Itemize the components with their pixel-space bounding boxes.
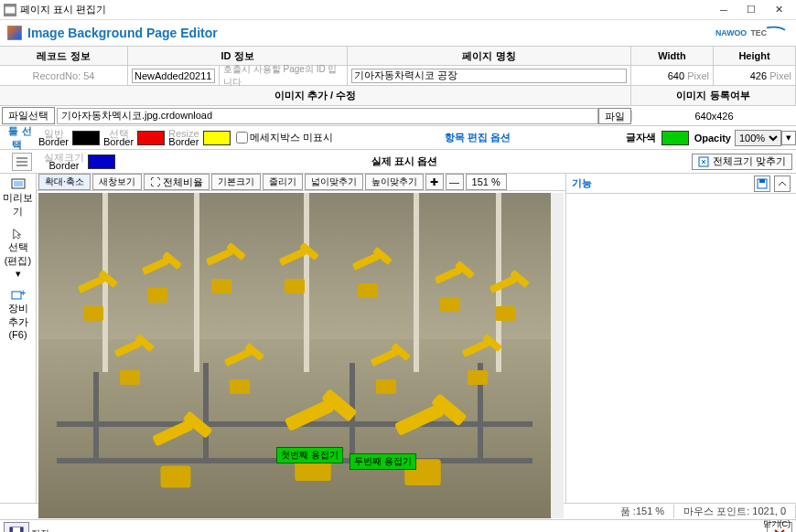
app-logo-icon (7, 26, 22, 40)
close-button[interactable]: ✕ (765, 2, 792, 18)
status-zoom: 품 :151 % (611, 505, 674, 518)
save-label: 저장 (31, 527, 49, 533)
factory-image: 첫번째 용접기 두번째 용접기 (38, 193, 551, 518)
main-area: 미리보기 선택(편집) ▾ + 장비 추가 (F6) 확대·축소 새창보기 ⛶ … (0, 174, 796, 503)
sidebar-add-equipment[interactable]: + 장비 추가 (F6) (0, 286, 36, 343)
scale-button[interactable]: 확대·축소 (38, 174, 91, 190)
fit-icon (698, 156, 709, 167)
record-header: 레코드 정보 (0, 47, 128, 65)
brand-logo: NAWOOTEC (715, 25, 789, 41)
app-icon (4, 4, 16, 16)
close-label: 닫기(C) (763, 518, 791, 530)
pagename-header: 페이지 명칭 (348, 47, 631, 65)
canvas-toolbar: 확대·축소 새창보기 ⛶ 전체비율 기본크기 줄리기 넓이맞추기 높이맞추기 ✚… (37, 174, 565, 191)
save-button[interactable] (4, 522, 29, 533)
display-options-label: 실제 표시 옵션 (117, 154, 692, 168)
minimize-button[interactable]: ─ (710, 2, 737, 18)
zoom-plus-button[interactable]: ✚ (425, 174, 444, 190)
file-row: 파일선택 파일 640x426 (0, 106, 796, 126)
zoom-out-button[interactable]: 줄리기 (263, 174, 303, 190)
info-header-row: 레코드 정보 ID 정보 페이지 명칭 Width Height (0, 46, 796, 66)
opacity-select[interactable]: 100% (735, 130, 781, 146)
image-add-header: 이미지 추가 / 수정 (0, 86, 631, 105)
default-size-button[interactable]: 기본크기 (211, 174, 261, 190)
border-resize-label: ResizeBorder (167, 130, 201, 146)
titlebar: 페이지 표시 편집기 ─ ☐ ✕ (0, 0, 796, 20)
opacity-label: Opacity (694, 133, 731, 144)
right-panel-toolbar: 기능 (566, 174, 796, 194)
border-normal-label: 일반Border (37, 130, 70, 146)
plus-icon: ✚ (430, 176, 438, 188)
fit-height-button[interactable]: 높이맞추기 (365, 174, 424, 190)
tool-row-2: 실제크기Border 실제 표시 옵션 전체크기 맞추기 (0, 150, 796, 174)
add-equipment-icon: + (11, 289, 26, 302)
expand-icon: ⛶ (150, 176, 160, 187)
list-icon[interactable] (12, 153, 32, 171)
app-title: Image Background Page Editor (27, 26, 218, 40)
full-ratio-button[interactable]: ⛶ 전체비율 (144, 174, 210, 190)
swatch-black[interactable] (72, 131, 100, 145)
collapse-button[interactable] (774, 176, 791, 192)
border-realsize-label: 실제크기Border (42, 154, 86, 170)
svg-rect-15 (13, 527, 20, 532)
width-header: Width (631, 47, 714, 65)
swatch-yellow[interactable] (203, 131, 231, 145)
svg-rect-1 (5, 6, 16, 13)
svg-text:+: + (20, 289, 26, 298)
svg-rect-9 (14, 181, 23, 186)
svg-rect-13 (759, 179, 765, 183)
svg-text:NAWOO: NAWOO (715, 28, 747, 37)
image-size: 640x426 (631, 111, 796, 122)
save-icon-button[interactable] (754, 176, 770, 192)
function-label: 기능 (572, 176, 750, 190)
id-hint: 호출시 사용할 Page의 ID 입니다 (220, 66, 348, 85)
floppy-icon (9, 527, 24, 533)
height-value: 426 Pixel (714, 66, 796, 85)
image-reg-header: 이미지 등록여부 (631, 86, 796, 105)
swatch-green[interactable] (662, 131, 689, 145)
floppy-icon (757, 178, 768, 189)
zoom-minus-button[interactable]: — (446, 174, 464, 190)
overlay-tag-1[interactable]: 첫번째 용접기 (276, 447, 343, 463)
maximize-button[interactable]: ☐ (737, 2, 765, 18)
sidebar: 미리보기 선택(편집) ▾ + 장비 추가 (F6) (0, 174, 37, 503)
refresh-button[interactable]: 새창보기 (92, 174, 142, 190)
file-select-button[interactable]: 파일선택 (2, 107, 55, 124)
canvas[interactable]: 첫번째 용접기 두번째 용접기 (38, 193, 564, 518)
pagename-input[interactable] (351, 69, 627, 83)
bottom-bar: 저장 (0, 519, 796, 532)
swatch-blue[interactable] (88, 154, 115, 169)
tool-row-1: 툴 선택 일반Border 선택Border ResizeBorder 메세지박… (0, 126, 796, 150)
file-button[interactable]: 파일 (598, 108, 631, 124)
record-no: RecordNo: 54 (0, 66, 128, 85)
svg-text:TEC: TEC (750, 28, 767, 37)
fit-all-button[interactable]: 전체크기 맞추기 (692, 154, 792, 170)
status-mouse-2: 마우스 포인트: 1021, 0 (674, 505, 796, 518)
canvas-column: 확대·축소 새창보기 ⛶ 전체비율 기본크기 줄리기 넓이맞추기 높이맞추기 ✚… (37, 174, 565, 503)
zoom-value[interactable]: 151 % (466, 174, 507, 190)
swatch-red[interactable] (137, 131, 165, 145)
sidebar-select-edit[interactable]: 선택(편집) ▾ (0, 225, 36, 282)
dropdown-arrow-icon[interactable]: ▾ (781, 131, 796, 145)
sidebar-preview[interactable]: 미리보기 (0, 176, 36, 221)
font-color-label: 글자색 (626, 131, 656, 144)
width-value: 640 Pixel (631, 66, 714, 85)
msgbox-checkbox[interactable]: 메세지박스 미표시 (236, 131, 333, 144)
window-title: 페이지 표시 편집기 (20, 3, 106, 16)
tool-select-label: 툴 선택 (5, 125, 31, 150)
minus-icon: — (449, 176, 459, 187)
app-header: Image Background Page Editor NAWOOTEC (0, 20, 796, 46)
file-path-input[interactable] (57, 108, 598, 124)
right-panel: 기능 (565, 174, 796, 503)
edit-options-label: 항목 편집 옵션 (333, 131, 622, 144)
fit-width-button[interactable]: 넓이맞추기 (305, 174, 363, 190)
height-header: Height (714, 47, 796, 65)
cursor-icon (11, 228, 26, 240)
image-section-header: 이미지 추가 / 수정 이미지 등록여부 (0, 86, 796, 106)
chevron-up-icon (778, 179, 787, 188)
overlay-tag-2[interactable]: 두번째 용접기 (350, 453, 416, 470)
info-value-row: RecordNo: 54 호출시 사용할 Page의 ID 입니다 640 Pi… (0, 66, 796, 86)
id-input[interactable] (132, 69, 215, 83)
preview-icon (11, 178, 26, 191)
border-select-label: 선택Border (102, 130, 135, 146)
